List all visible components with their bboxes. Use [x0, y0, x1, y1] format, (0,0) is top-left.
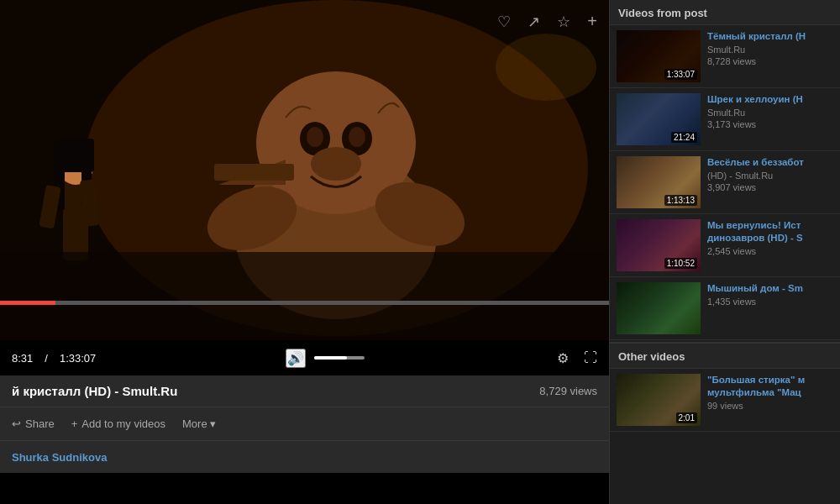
duration-badge-0: 2:01 [676, 412, 697, 423]
current-time: 8:31 [12, 352, 33, 365]
volume-fill [314, 356, 347, 360]
gear-icon: ⚙ [557, 351, 569, 365]
svg-point-15 [311, 147, 361, 181]
card-views-4: 1,435 views [707, 297, 833, 307]
views-count: 8,729 views [539, 385, 597, 397]
duration-badge-3: 1:10:52 [664, 258, 697, 269]
share-icon-top: ↗ [528, 13, 540, 30]
svg-point-20 [496, 34, 596, 101]
time-separator: / [45, 352, 48, 365]
main-layout: ♡ ↗ ☆ + 8:31 / 1:33:07 [0, 0, 840, 504]
settings-button[interactable]: ⚙ [554, 349, 572, 368]
card-views-0: 99 views [707, 401, 833, 411]
add-to-videos-button[interactable]: + Add to my videos [71, 414, 165, 433]
controls-bar: 8:31 / 1:33:07 🔊 ⚙ ⛶ [0, 340, 609, 375]
chevron-down-icon: ▾ [210, 417, 216, 430]
card-title-0: Тёмный кристалл (H [707, 30, 833, 43]
action-row: ↩ Share + Add to my videos More ▾ [0, 407, 609, 441]
thumbnail-2: 1:13:13 [617, 156, 701, 208]
duration-badge-2: 1:13:13 [664, 195, 697, 206]
svg-rect-19 [0, 252, 609, 340]
thumbnail-1: 21:24 [617, 93, 701, 145]
share-button-top[interactable]: ↗ [524, 9, 543, 34]
volume-button[interactable]: 🔊 [286, 349, 306, 368]
fullscreen-icon: ⛶ [584, 350, 597, 365]
card-views-2: 3,907 views [707, 182, 833, 192]
sidebar: Videos from post 1:33:07Тёмный кристалл … [609, 0, 840, 504]
more-label: More [182, 417, 207, 430]
card-info-4: Мышиный дом - Sm1,435 views [707, 282, 833, 334]
card-title-2: Весёлые и беззабот [707, 156, 833, 169]
card-title-1: Шрек и хеллоуин (H [707, 93, 833, 106]
add-to-videos-label: Add to my videos [81, 417, 165, 430]
svg-point-13 [307, 127, 323, 147]
video-card-0[interactable]: 1:33:07Тёмный кристалл (HSmult.Ru8,728 v… [610, 25, 840, 88]
card-channel-0: Smult.Ru [707, 45, 833, 55]
video-title: й кристалл (HD) - Smult.Ru [12, 384, 177, 398]
card-channel-2: (HD) - Smult.Ru [707, 171, 833, 181]
progress-fill [0, 301, 55, 305]
share-action-icon: ↩ [12, 417, 21, 430]
share-action-label: Share [25, 417, 55, 430]
video-top-icons: ♡ ↗ ☆ + [494, 8, 601, 34]
other-section-title: Other videos [610, 342, 840, 369]
username-link[interactable]: Shurka Sudnikova [12, 451, 107, 464]
from-post-section-title: Videos from post [610, 0, 840, 25]
card-title-0: "Большая стирка" м мультфильма "Мац [707, 374, 833, 399]
heart-icon: ♡ [497, 13, 511, 30]
star-icon: ☆ [557, 13, 570, 30]
thumbnail-0: 2:01 [617, 374, 701, 426]
add-button-top[interactable]: + [584, 8, 601, 34]
card-title-4: Мышиный дом - Sm [707, 282, 833, 295]
video-card-1[interactable]: 21:24Шрек и хеллоуин (HSmult.Ru3,173 vie… [610, 88, 840, 151]
fullscreen-button[interactable]: ⛶ [580, 349, 601, 367]
share-action-button[interactable]: ↩ Share [12, 414, 55, 433]
card-info-0: "Большая стирка" м мультфильма "Мац99 vi… [707, 374, 833, 426]
total-time: 1:33:07 [60, 352, 96, 365]
thumbnail-4 [617, 282, 701, 334]
star-button[interactable]: ☆ [554, 9, 574, 34]
from-post-list: 1:33:07Тёмный кристалл (HSmult.Ru8,728 v… [610, 25, 840, 340]
video-card-3[interactable]: 1:10:52Мы вернулись! Ист динозавров (HD)… [610, 214, 840, 277]
progress-bar[interactable] [0, 301, 609, 305]
scene-illustration [0, 0, 609, 340]
card-channel-1: Smult.Ru [707, 108, 833, 118]
video-background [0, 0, 609, 340]
card-info-1: Шрек и хеллоуин (HSmult.Ru3,173 views [707, 93, 833, 145]
video-card-0[interactable]: 2:01"Большая стирка" м мультфильма "Мац9… [610, 369, 840, 432]
video-container: ♡ ↗ ☆ + [0, 0, 609, 340]
title-bar: й кристалл (HD) - Smult.Ru 8,729 views [0, 375, 609, 407]
heart-button[interactable]: ♡ [494, 9, 514, 34]
thumbnail-3: 1:10:52 [617, 219, 701, 271]
duration-badge-1: 21:24 [671, 132, 697, 143]
player-area: ♡ ↗ ☆ + 8:31 / 1:33:07 [0, 0, 609, 504]
svg-point-14 [349, 127, 365, 147]
card-info-2: Весёлые и беззабот(HD) - Smult.Ru3,907 v… [707, 156, 833, 208]
user-row: Shurka Sudnikova [0, 441, 609, 473]
add-to-videos-icon: + [71, 417, 78, 430]
card-views-3: 2,545 views [707, 246, 833, 256]
volume-slider[interactable] [314, 356, 365, 360]
video-card-2[interactable]: 1:13:13Весёлые и беззабот(HD) - Smult.Ru… [610, 151, 840, 214]
more-button[interactable]: More ▾ [182, 414, 216, 433]
card-views-0: 8,728 views [707, 56, 833, 66]
card-views-1: 3,173 views [707, 119, 833, 129]
other-list: 2:01"Большая стирка" м мультфильма "Мац9… [610, 369, 840, 432]
thumbnail-0: 1:33:07 [617, 30, 701, 82]
svg-rect-18 [214, 164, 294, 181]
card-info-3: Мы вернулись! Ист динозавров (HD) - S2,5… [707, 219, 833, 271]
video-card-4[interactable]: Мышиный дом - Sm1,435 views [610, 277, 840, 340]
card-info-0: Тёмный кристалл (HSmult.Ru8,728 views [707, 30, 833, 82]
card-title-3: Мы вернулись! Ист динозавров (HD) - S [707, 219, 833, 244]
add-icon-top: + [587, 12, 597, 30]
duration-badge-0: 1:33:07 [664, 69, 697, 80]
